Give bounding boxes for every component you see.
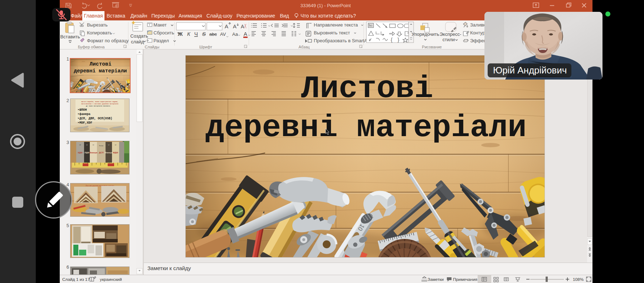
svg-text:}: } [397,37,399,43]
svg-text:Ж: Ж [177,31,183,37]
svg-text:Формат по образцу: Формат по образцу [87,38,129,43]
svg-text:Слайды: Слайды [145,45,160,49]
svg-text:К: К [187,31,191,37]
svg-text:Сбросить: Сбросить [153,30,174,35]
svg-text:Заметки: Заметки [428,277,444,282]
svg-text:A: A [225,23,228,29]
svg-text:Слайд 1 из 17: Слайд 1 из 17 [62,277,90,282]
svg-text:Раздел: Раздел [153,38,169,43]
svg-text:Aa: Aa [232,32,238,37]
svg-text:Упорядочить: Упорядочить [411,32,439,37]
svg-text:Направление текста: Направление текста [314,22,358,28]
svg-text:Буфер обмена: Буфер обмена [78,45,105,49]
svg-text:Абзац: Абзац [299,45,310,49]
svg-text:A: A [233,23,236,29]
svg-text:AV: AV [220,32,226,37]
svg-text:S: S [202,31,206,37]
svg-text:333649 (1) - PowerPoint: 333649 (1) - PowerPoint [301,3,351,8]
svg-text:слайд: слайд [131,39,144,44]
svg-text:Примечания: Примечания [453,277,477,282]
svg-text:Ч: Ч [194,31,198,37]
svg-text:{: { [391,37,392,43]
svg-text:Макет: Макет [153,22,167,28]
svg-text:Рисование: Рисование [422,45,441,49]
svg-text:Вырезать: Вырезать [87,22,108,28]
svg-text:Вставить: Вставить [60,34,80,39]
svg-text:108%: 108% [573,277,584,282]
svg-text:A: A [244,31,247,37]
svg-text:Создать: Создать [130,33,148,39]
svg-text:Экспресс-: Экспресс- [440,32,462,37]
svg-text:Шрифт: Шрифт [199,45,212,49]
svg-text:Выровнять текст: Выровнять текст [314,30,350,35]
svg-text:Копировать: Копировать [87,30,112,35]
svg-text:abc: abc [209,32,217,37]
svg-text:Преобразовать в SmartArt: Преобразовать в SmartArt [314,38,370,43]
svg-text:A: A [241,24,244,29]
svg-text:стили: стили [443,37,455,42]
svg-text:украинский: украинский [100,277,122,282]
